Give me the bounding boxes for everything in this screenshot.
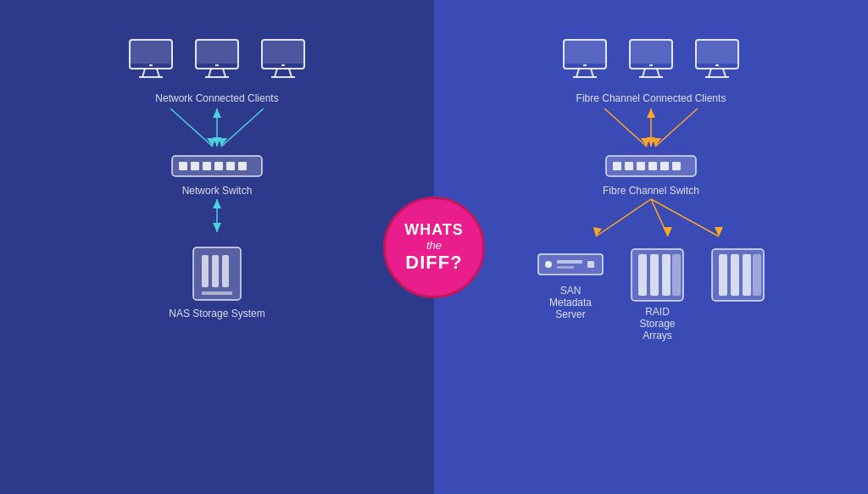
svg-line-18 [170,108,213,147]
monitor-icon-1 [125,38,176,82]
svg-rect-66 [613,162,621,170]
svg-rect-69 [648,162,657,170]
right-switch-label: Fibre Channel Switch [603,185,699,197]
svg-line-72 [596,199,651,236]
svg-rect-31 [238,162,247,170]
svg-line-3 [157,69,159,77]
raid-label-1: RAID Storage Arrays [630,306,685,341]
svg-line-9 [223,69,225,77]
raid-icon-1 [630,247,685,303]
raid-array-2 [710,247,765,303]
left-clients-label: Network Connected Clients [155,92,278,104]
svg-rect-90 [731,254,739,296]
network-switch-icon [170,151,264,181]
san-label: SAN Metadata Server [541,285,600,320]
svg-rect-70 [660,162,669,170]
svg-rect-84 [638,254,647,296]
svg-line-14 [275,69,277,77]
svg-rect-1 [130,40,172,64]
right-arrows-bottom [541,197,761,239]
left-arrow-down [204,197,230,235]
svg-rect-38 [222,255,229,287]
right-panel: Fibre Channel Connected Clients Fibre Ch… [434,0,868,494]
svg-rect-39 [202,291,232,295]
left-arrows-top [132,104,302,151]
svg-marker-33 [213,199,221,208]
svg-rect-13 [262,40,304,64]
svg-rect-85 [650,254,659,296]
san-server-icon [537,247,604,281]
svg-point-79 [545,261,552,268]
right-monitor-icon-2 [626,38,676,82]
svg-line-76 [651,199,719,236]
right-switch-container: Fibre Channel Switch [603,151,699,197]
svg-rect-30 [226,162,235,170]
svg-rect-27 [191,162,199,170]
badge-the: the [426,239,442,252]
left-nas-label: NAS Storage System [169,308,264,319]
svg-rect-68 [637,162,645,170]
left-switch-label: Network Switch [182,185,253,197]
nas-section: NAS Storage System [169,243,264,319]
svg-line-8 [209,69,211,77]
svg-rect-28 [203,162,211,170]
san-metadata-server: SAN Metadata Server [537,247,604,320]
svg-rect-92 [753,254,761,296]
svg-rect-41 [564,40,606,64]
svg-rect-81 [557,266,574,269]
nas-storage-icon [186,243,248,304]
raid-array-1: RAID Storage Arrays [630,247,685,341]
svg-line-58 [604,108,647,147]
svg-rect-36 [202,255,209,287]
svg-line-63 [655,108,698,147]
right-monitor-icon-1 [559,38,610,82]
svg-rect-71 [672,162,681,170]
svg-marker-34 [213,223,221,232]
svg-rect-37 [212,255,219,287]
left-panel: Network Connected Clients [0,0,434,494]
svg-rect-53 [696,40,738,64]
svg-line-42 [576,69,579,77]
svg-line-54 [709,69,711,77]
right-monitors [559,38,743,82]
left-monitors [125,38,309,82]
raid-icon-2 [710,247,765,303]
svg-rect-82 [587,261,594,268]
svg-line-49 [657,69,659,77]
right-arrows-top [566,104,736,151]
svg-rect-67 [625,162,633,170]
monitor-icon-2 [192,38,242,82]
fc-switch-icon [604,151,698,181]
svg-rect-91 [743,254,751,296]
svg-marker-75 [664,227,672,236]
right-clients-label: Fibre Channel Connected Clients [576,92,726,104]
svg-line-55 [723,69,726,77]
svg-line-43 [591,69,593,77]
svg-rect-80 [557,260,582,264]
svg-marker-61 [647,108,655,118]
svg-rect-47 [630,40,672,64]
svg-rect-86 [662,254,670,296]
right-bottom-row: SAN Metadata Server RAID Storage Arrays [537,247,765,341]
svg-line-15 [289,69,292,77]
left-switch-container: Network Switch [170,151,264,197]
svg-rect-26 [179,162,187,170]
right-monitor-icon-3 [692,38,743,82]
badge-diff: DIFF? [405,252,462,274]
whats-the-diff-badge: WHATS the DIFF? [383,197,485,298]
svg-rect-29 [214,162,223,170]
monitor-icon-3 [258,38,309,82]
badge-whats: WHATS [404,221,464,239]
svg-rect-89 [719,254,727,296]
svg-line-23 [221,108,264,147]
svg-marker-21 [213,108,221,118]
svg-rect-7 [196,40,238,64]
svg-rect-87 [672,254,681,296]
svg-line-48 [643,69,645,77]
svg-line-2 [142,69,145,77]
